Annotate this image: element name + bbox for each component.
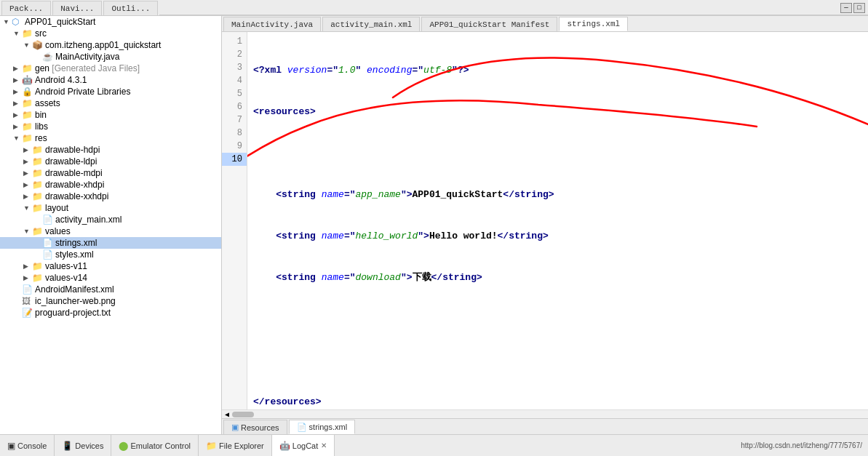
code-editor[interactable]: <?xml version="1.0" encoding="utf-8"?> <… [247,32,868,409]
tree-item-drawable-mdpi[interactable]: ▶ 📁 drawable-mdpi [0,167,221,179]
tree-item-strings-xml[interactable]: 📄 strings.xml [0,237,221,249]
editor-tab-bar: MainActivity.java activity_main.xml APP0… [222,16,868,32]
tree-label-mainactivity: MainActivity.java [55,52,119,62]
line-num-7: 7 [222,113,247,127]
tab-package-explorer[interactable]: Pack... [1,1,51,15]
scroll-left-icon[interactable]: ◀ [222,410,232,419]
resource-tab-bar: ▣ Resources 📄 strings.xml [222,418,868,434]
tree-item-bin[interactable]: ▶ 📁 bin [0,109,221,121]
package-icon: 📦 [32,40,44,50]
folder-icon-libs: 📁 [22,121,33,132]
tree-arrow-package: ▼ [23,41,32,49]
tree-label-xhdpi: drawable-xhdpi [45,180,104,190]
tab-outline-label: Outli... [111,4,150,13]
horizontal-scrollbar[interactable]: ◀ [222,409,868,418]
bottom-tab-file-explorer-label: File Explorer [219,441,264,450]
tree-item-drawable-hdpi[interactable]: ▶ 📁 drawable-hdpi [0,144,221,156]
bottom-panel: ▣ Console 📱 Devices ⬤ Emulator Control 📁… [0,434,868,456]
editor-tab-activity-main-xml[interactable]: activity_main.xml [322,17,420,31]
tree-label-assets: assets [35,98,60,108]
tree-label-gen: gen [Generated Java Files] [35,63,140,73]
tree-arrow-android: ▶ [13,76,22,84]
tab-navigator[interactable]: Navi... [52,1,102,15]
tree-item-values-v11[interactable]: ▶ 📁 values-v11 [0,260,221,272]
code-line-2: <resources> [253,105,862,118]
editor-tab-mainactivity[interactable]: MainActivity.java [223,17,321,31]
line-num-10: 10 [222,153,247,166]
tree-arrow-xhdpi: ▶ [23,181,32,188]
h-scroll-thumb[interactable] [232,412,254,417]
editor-content[interactable]: 1 2 3 4 5 6 7 8 9 10 <?xml version="1.0"… [222,32,868,409]
tree-item-project[interactable]: ▼ ⬡ APP01_quickStart [0,16,221,28]
txt-icon: 📝 [22,308,33,318]
folder-icon-v11: 📁 [32,261,44,271]
tree-label-hdpi: drawable-hdpi [45,145,100,155]
line-num-8: 8 [222,127,247,140]
tree-item-res[interactable]: ▼ 📁 res [0,132,221,144]
tree-item-libs[interactable]: ▶ 📁 libs [0,121,221,132]
bottom-tab-emulator-label: Emulator Control [130,441,191,450]
project-tree: ▼ ⬡ APP01_quickStart ▼ 📁 src ▼ 📦 com.itz… [0,16,222,434]
tree-item-drawable-xxhdpi[interactable]: ▶ 📁 drawable-xxhdpi [0,191,221,202]
bottom-tab-bar: ▣ Console 📱 Devices ⬤ Emulator Control 📁… [0,435,335,456]
tree-item-src[interactable]: ▼ 📁 src [0,28,221,39]
strings-xml-tab-icon: 📄 [297,423,307,432]
manifest-icon: 📄 [22,284,33,295]
tab-package-label: Pack... [9,4,43,13]
tree-item-launcher-png[interactable]: 🖼 ic_launcher-web.png [0,295,221,307]
folder-icon-values: 📁 [32,226,44,236]
tab-outline[interactable]: Outli... [103,1,158,15]
tree-item-activity-main-xml[interactable]: 📄 activity_main.xml [0,214,221,225]
tree-item-mainactivity[interactable]: ☕ MainActivity.java [0,51,221,63]
minimize-icon[interactable]: — [840,3,852,13]
tree-item-values[interactable]: ▼ 📁 values [0,225,221,237]
logcat-close-button[interactable]: ✕ [321,441,327,449]
tree-label-strings-xml: strings.xml [55,238,97,248]
tree-item-manifest[interactable]: 📄 AndroidManifest.xml [0,284,221,295]
tree-label-manifest: AndroidManifest.xml [35,284,114,295]
tree-item-layout[interactable]: ▼ 📁 layout [0,202,221,214]
tree-label-package: com.itzheng.app01_quickstart [45,40,161,50]
code-line-4: <string name="app_name">APP01_quickStart… [253,188,862,201]
code-line-1: <?xml version="1.0" encoding="utf-8"?> [253,63,862,76]
tree-item-drawable-ldpi[interactable]: ▶ 📁 drawable-ldpi [0,156,221,167]
tab-resources[interactable]: ▣ Resources [223,420,287,434]
tree-item-proguard[interactable]: 📝 proguard-project.txt [0,307,221,319]
tree-item-private-libs[interactable]: ▶ 🔒 Android Private Libraries [0,86,221,97]
tree-arrow-xxhdpi: ▶ [23,193,32,200]
editor-tab-manifest[interactable]: APP01_quickStart Manifest [421,17,557,31]
tree-item-android[interactable]: ▶ 🤖 Android 4.3.1 [0,74,221,86]
bottom-tab-devices-label: Devices [75,441,103,450]
maximize-icon[interactable]: □ [853,3,865,13]
folder-icon-ldpi: 📁 [32,156,44,167]
bottom-tab-devices[interactable]: 📱 Devices [55,435,111,456]
tab-strings-xml-editor[interactable]: 📄 strings.xml [289,420,356,434]
tree-item-assets[interactable]: ▶ 📁 assets [0,97,221,109]
tree-arrow-gen: ▶ [13,65,22,72]
tree-label-proguard: proguard-project.txt [35,308,111,318]
tree-label-src: src [35,28,47,39]
bottom-tab-logcat[interactable]: 🤖 LogCat ✕ [272,435,335,456]
tree-item-values-v14[interactable]: ▶ 📁 values-v14 [0,272,221,284]
tree-label-project: APP01_quickStart [25,17,95,27]
console-icon: ▣ [7,441,15,451]
tree-label-xxhdpi: drawable-xxhdpi [45,191,108,201]
tree-arrow-src: ▼ [13,30,22,37]
bottom-tab-console[interactable]: ▣ Console [0,435,55,456]
tree-item-package[interactable]: ▼ 📦 com.itzheng.app01_quickstart [0,39,221,51]
tree-label-v14: values-v14 [45,273,87,283]
bottom-url: http://blog.csdn.net/itzheng/777/5767/ [741,441,868,449]
tree-item-gen[interactable]: ▶ 📁 gen [Generated Java Files] [0,63,221,74]
editor-tab-strings[interactable]: strings.xml [559,17,628,31]
tree-arrow-project: ▼ [3,18,12,25]
tab-navigator-label: Navi... [60,4,94,13]
bottom-tab-emulator[interactable]: ⬤ Emulator Control [111,435,199,456]
code-line-9: </resources> [253,395,862,408]
code-line-7 [253,312,862,325]
xml-icon-strings: 📄 [42,238,54,248]
tree-item-drawable-xhdpi[interactable]: ▶ 📁 drawable-xhdpi [0,179,221,191]
tree-item-styles-xml[interactable]: 📄 styles.xml [0,249,221,260]
tree-label-res: res [35,133,47,143]
tree-label-ldpi: drawable-ldpi [45,156,97,167]
bottom-tab-file-explorer[interactable]: 📁 File Explorer [199,435,272,456]
